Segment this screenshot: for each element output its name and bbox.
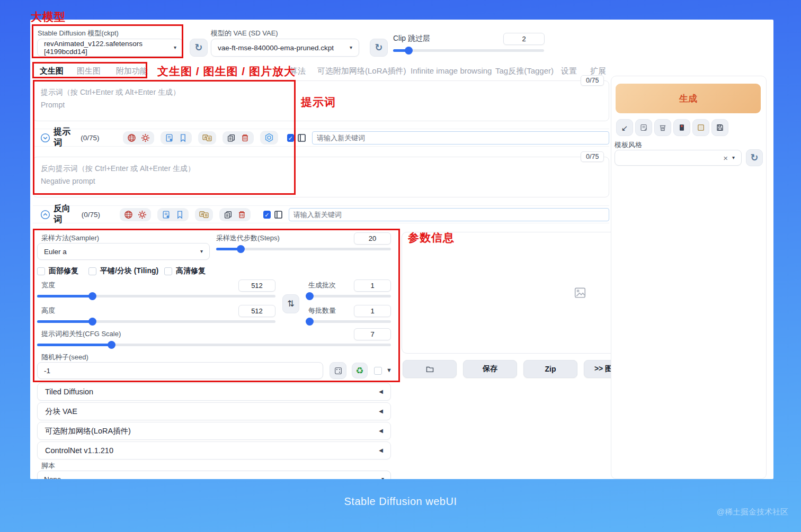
restore-faces-option[interactable]: 面部修复 — [37, 266, 78, 276]
steps-label: 采样迭代步数(Steps) — [216, 233, 280, 243]
prompt-pill-2 — [161, 131, 192, 145]
gear-icon[interactable] — [141, 133, 150, 142]
copy-icon[interactable] — [227, 133, 236, 142]
negative-prompt-placeholder: 反向提示词（按 Ctrl+Enter 或 Alt+Enter 生成） Negat… — [41, 163, 601, 188]
collapse-icon: ◀ — [379, 409, 383, 414]
hires-fix-option[interactable]: 高清修复 — [164, 266, 206, 276]
swap-dimensions-button[interactable]: ⇅ — [282, 294, 299, 313]
negative-prompt-textarea[interactable]: 反向提示词（按 Ctrl+Enter 或 Alt+Enter 生成） Negat… — [33, 157, 609, 197]
auto-translate-checkbox[interactable]: ✓ — [263, 211, 271, 219]
bookmark-icon[interactable] — [175, 210, 184, 219]
auto-translate-checkbox[interactable]: ✓ — [287, 134, 294, 142]
document-icon[interactable] — [162, 210, 171, 219]
openai-icon[interactable] — [264, 133, 274, 142]
prompt-keyword-input[interactable] — [312, 131, 609, 145]
clip-skip-label: Clip 跳过层 — [393, 34, 430, 43]
save-style-button[interactable] — [711, 119, 728, 136]
hires-fix-checkbox[interactable] — [164, 267, 172, 275]
sampler-value: Euler a — [44, 248, 67, 256]
basket-icon — [658, 123, 667, 132]
trash-icon[interactable] — [237, 210, 246, 219]
save-button[interactable]: 保存 — [463, 360, 517, 378]
ckpt-select[interactable]: revAnimated_v122.safetensors [4199bcdd14… — [37, 39, 183, 57]
refresh-icon: ↻ — [194, 43, 202, 52]
clear-icon[interactable]: × — [723, 154, 728, 162]
random-seed-button[interactable] — [330, 362, 346, 379]
ckpt-value: revAnimated_v122.safetensors [4199bcdd14… — [44, 40, 174, 56]
apply-style-button[interactable] — [692, 119, 709, 136]
tab-txt2img[interactable]: 文生图 — [40, 66, 64, 76]
gear-icon[interactable] — [138, 210, 147, 219]
annotation-prompt: 提示词 — [301, 95, 336, 110]
accordion-tiled-diffusion[interactable]: Tiled Diffusion ◀ — [37, 383, 391, 401]
generate-button[interactable]: 生成 — [616, 84, 761, 113]
read-params-button[interactable]: ↙ — [616, 119, 633, 136]
restore-faces-checkbox[interactable] — [37, 267, 45, 275]
steps-slider[interactable] — [216, 245, 391, 253]
recycle-icon: ♻ — [355, 366, 363, 375]
height-value[interactable]: 512 — [238, 305, 275, 317]
style-refresh-button[interactable]: ↻ — [746, 149, 763, 166]
seed-extra-checkbox[interactable] — [374, 367, 382, 375]
tab-extras[interactable]: 附加功能 — [116, 66, 148, 76]
accordion-controlnet[interactable]: ControlNet v1.1.210 ◀ — [37, 441, 391, 459]
seed-extra-dropdown-icon[interactable]: ▼ — [386, 367, 392, 373]
tab-infinite-image-browsing[interactable]: Infinite image browsing — [411, 66, 492, 75]
batch-count-value[interactable]: 1 — [354, 279, 391, 292]
copy-icon[interactable] — [224, 210, 233, 219]
trash-icon[interactable] — [241, 133, 250, 142]
tab-img2img[interactable]: 图生图 — [77, 66, 101, 76]
batch-count-slider[interactable] — [306, 292, 391, 300]
tab-settings[interactable]: 设置 — [561, 66, 577, 76]
tiling-checkbox[interactable] — [88, 267, 96, 275]
panel-icon[interactable] — [297, 133, 307, 143]
cfg-scale-slider[interactable] — [37, 341, 391, 348]
negative-token-counter: 0/75 — [581, 151, 604, 162]
tab-lora-networks[interactable]: 可选附加网络(LoRA插件) — [317, 66, 406, 76]
panel-icon[interactable] — [273, 210, 283, 220]
open-folder-button[interactable] — [403, 360, 457, 378]
refresh-icon: ↻ — [750, 153, 758, 163]
clear-prompt-button[interactable] — [654, 119, 671, 136]
translate-icon[interactable]: AB — [202, 133, 212, 142]
steps-value[interactable]: 20 — [354, 232, 391, 245]
ckpt-refresh-button[interactable]: ↻ — [190, 39, 208, 57]
document-icon[interactable] — [165, 133, 174, 142]
height-slider[interactable] — [37, 318, 275, 325]
chevron-up-circle-icon[interactable] — [40, 210, 50, 220]
extra-networks-button[interactable] — [673, 119, 690, 136]
sampler-select[interactable]: Euler a ▾ — [37, 243, 210, 260]
width-slider[interactable] — [37, 292, 275, 300]
negative-keyword-input[interactable] — [289, 208, 609, 221]
globe-icon[interactable] — [124, 210, 133, 219]
cfg-scale-value[interactable]: 7 — [354, 328, 391, 340]
style-template-select[interactable]: × ▾ — [615, 150, 742, 166]
vae-select[interactable]: vae-ft-mse-840000-ema-pruned.ckpt ▾ — [211, 39, 359, 57]
accordion-tiled-vae[interactable]: 分块 VAE ◀ — [37, 402, 391, 420]
clip-skip-slider[interactable] — [393, 47, 544, 54]
restore-faces-label: 面部修复 — [49, 266, 78, 276]
prompt-row-label: 提示词 — [54, 127, 76, 149]
negative-pill-2 — [157, 208, 189, 221]
script-select[interactable]: None ▾ — [37, 471, 391, 479]
width-value[interactable]: 512 — [238, 279, 275, 292]
seed-input[interactable]: -1 — [37, 362, 323, 379]
annotation-big-model: 大模型 — [31, 10, 66, 24]
tab-tagger[interactable]: Tag反推(Tagger) — [495, 66, 554, 76]
negative-pill-1 — [120, 208, 151, 221]
chevron-down-circle-icon[interactable] — [40, 133, 50, 143]
zip-button[interactable]: Zip — [523, 360, 577, 378]
batch-size-value[interactable]: 1 — [354, 305, 391, 317]
reuse-seed-button[interactable]: ♻ — [352, 363, 368, 378]
tiling-option[interactable]: 平铺/分块 (Tiling) — [88, 266, 158, 276]
translate-icon[interactable]: AB — [199, 210, 209, 219]
vae-refresh-button[interactable]: ↻ — [370, 39, 388, 57]
notepad-button[interactable] — [635, 119, 652, 136]
globe-icon[interactable] — [127, 133, 136, 142]
bookmark-icon[interactable] — [179, 133, 188, 142]
arrow-down-left-icon: ↙ — [621, 124, 628, 132]
seed-value: -1 — [44, 367, 50, 375]
clip-skip-value[interactable]: 2 — [503, 33, 545, 45]
accordion-lora[interactable]: 可选附加网络(LoRA插件) ◀ — [37, 422, 391, 440]
batch-size-slider[interactable] — [306, 318, 391, 325]
